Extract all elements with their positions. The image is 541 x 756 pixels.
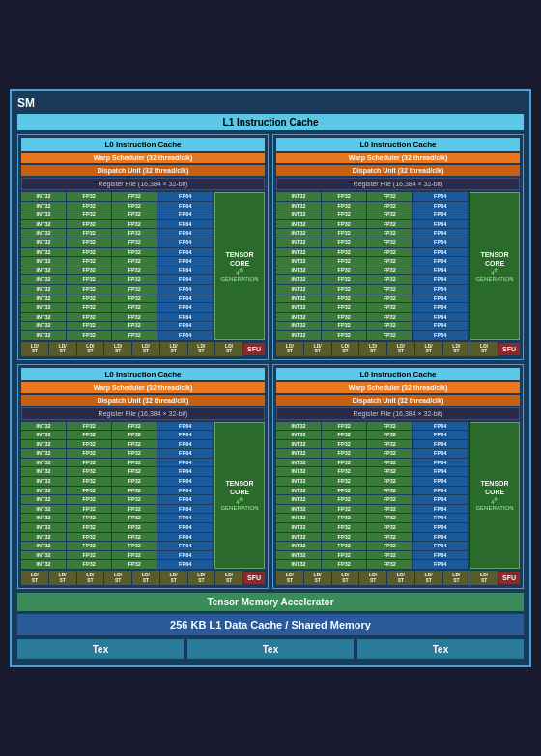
- l0-cache-br: L0 Instruction Cache: [276, 368, 520, 380]
- tex-unit-3: Tex: [357, 639, 524, 659]
- fp32a: FP32: [67, 487, 111, 495]
- fp32a: FP32: [67, 560, 111, 569]
- fp32b: FP32: [367, 560, 412, 569]
- fp32a: FP32: [322, 331, 366, 340]
- fp32b: FP32: [367, 422, 412, 431]
- int32: INT32: [276, 303, 321, 312]
- fp32b: FP32: [367, 533, 412, 542]
- tensor-core-gen-br: 4th GENERATION: [472, 496, 517, 511]
- l0-cache-tl: L0 Instruction Cache: [21, 138, 265, 151]
- fp32a: FP32: [67, 477, 111, 486]
- int32: INT32: [21, 229, 66, 238]
- fp64: FP64: [413, 229, 468, 238]
- fp32b: FP32: [367, 238, 412, 247]
- int32: INT32: [276, 229, 321, 238]
- int32: INT32: [276, 533, 321, 542]
- fp32b: FP32: [367, 505, 412, 514]
- fp64: FP64: [413, 313, 468, 322]
- int-fp-grid-tl: INT32FP32FP32FP64 INT32FP32FP32FP64 INT3…: [21, 192, 213, 340]
- compute-area-tr: INT32FP32FP32FP64 INT32FP32FP32FP64 INT3…: [276, 192, 520, 340]
- int32: INT32: [21, 542, 66, 550]
- fp32a: FP32: [67, 294, 111, 303]
- register-file-bl: Register File (16,384 × 32-bit): [21, 407, 265, 420]
- fp64: FP64: [157, 449, 213, 458]
- int32: INT32: [276, 542, 321, 550]
- int32: INT32: [276, 238, 321, 247]
- fp64: FP64: [157, 551, 213, 560]
- fp32b: FP32: [112, 449, 157, 458]
- int32: INT32: [276, 560, 321, 569]
- warp-scheduler-tl: Warp Scheduler (32 thread/clk): [21, 153, 265, 163]
- int32: INT32: [276, 192, 321, 201]
- fp32b: FP32: [367, 192, 412, 201]
- int32: INT32: [21, 505, 66, 514]
- fp32b: FP32: [367, 551, 412, 560]
- compute-area-tl: INT32FP32FP32FP64 INT32FP32FP32FP64 INT3…: [21, 192, 265, 340]
- fp64: FP64: [157, 440, 213, 449]
- fp32b: FP32: [367, 514, 412, 522]
- fp64: FP64: [413, 303, 468, 312]
- fp64: FP64: [413, 422, 468, 431]
- int32: INT32: [21, 285, 66, 294]
- dispatch-unit-bl: Dispatch Unit (32 thread/clk): [21, 395, 265, 406]
- tensor-core-bl: TENSOR CORE 4th GENERATION: [214, 422, 265, 570]
- fp64: FP64: [157, 560, 213, 569]
- int-fp-grid-bl: INT32FP32FP32FP64 INT32FP32FP32FP64 INT3…: [21, 422, 213, 570]
- fp32a: FP32: [322, 285, 366, 294]
- fp64: FP64: [157, 210, 213, 219]
- tensor-core-text-bl: TENSOR CORE: [217, 479, 262, 496]
- fp64: FP64: [157, 467, 213, 476]
- fp32a: FP32: [322, 210, 366, 219]
- int32: INT32: [276, 266, 321, 275]
- int32: INT32: [276, 257, 321, 266]
- fp32a: FP32: [67, 542, 111, 550]
- fp32a: FP32: [67, 440, 111, 449]
- int32: INT32: [276, 220, 321, 229]
- fp64: FP64: [413, 551, 468, 560]
- fp64: FP64: [413, 459, 468, 467]
- int32: INT32: [21, 266, 66, 275]
- fp32b: FP32: [112, 551, 157, 560]
- compute-area-br: INT32FP32FP32FP64 INT32FP32FP32FP64 INT3…: [276, 422, 520, 570]
- fp64: FP64: [413, 210, 468, 219]
- fp64: FP64: [157, 229, 213, 238]
- fp32a: FP32: [67, 523, 111, 532]
- int32: INT32: [21, 422, 66, 431]
- ld-st-6: LD/ST: [415, 571, 442, 585]
- fp32a: FP32: [322, 495, 366, 504]
- fp32b: FP32: [367, 303, 412, 312]
- quadrant-bottom-left: L0 Instruction Cache Warp Scheduler (32 …: [17, 364, 269, 590]
- l1-data-cache: 256 KB L1 Data Cache / Shared Memory: [17, 614, 524, 635]
- int32: INT32: [21, 313, 66, 322]
- fp64: FP64: [157, 192, 213, 201]
- fp32a: FP32: [322, 229, 366, 238]
- sm-container: SM L1 Instruction Cache L0 Instruction C…: [10, 89, 531, 667]
- sfu-bl: SFU: [243, 572, 265, 584]
- fp32b: FP32: [367, 294, 412, 303]
- int32: INT32: [21, 303, 66, 312]
- fp64: FP64: [413, 431, 468, 439]
- int32: INT32: [21, 248, 66, 257]
- fp64: FP64: [157, 257, 213, 266]
- fp32b: FP32: [112, 523, 157, 532]
- int32: INT32: [21, 551, 66, 560]
- fp32b: FP32: [367, 331, 412, 340]
- ld-st-8: LD/ST: [470, 571, 498, 585]
- fp32a: FP32: [322, 294, 366, 303]
- fp64: FP64: [413, 495, 468, 504]
- fp32a: FP32: [67, 210, 111, 219]
- fp64: FP64: [157, 285, 213, 294]
- fp32b: FP32: [112, 431, 157, 439]
- fp64: FP64: [157, 431, 213, 439]
- l0-cache-bl: L0 Instruction Cache: [21, 368, 265, 380]
- fp32a: FP32: [322, 303, 366, 312]
- int32: INT32: [276, 459, 321, 467]
- fp32a: FP32: [67, 275, 111, 284]
- fp32b: FP32: [112, 266, 157, 275]
- fp32b: FP32: [112, 514, 157, 522]
- int32: INT32: [21, 533, 66, 542]
- fp64: FP64: [413, 560, 468, 569]
- fp32b: FP32: [112, 487, 157, 495]
- ld-st-5: LD/ST: [132, 571, 159, 585]
- tensor-core-gen-tr: 4th GENERATION: [472, 267, 517, 282]
